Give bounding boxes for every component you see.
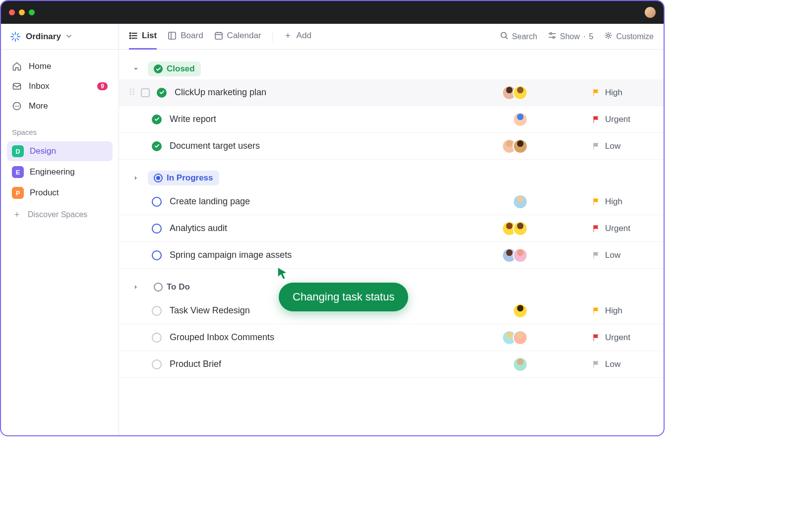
task-name: Grouped Inbox Comments <box>170 332 502 343</box>
select-checkbox[interactable] <box>141 88 150 97</box>
clickup-logo-icon <box>10 31 21 42</box>
status-circle-todo[interactable] <box>152 359 162 369</box>
task-name: Create landing page <box>170 196 513 207</box>
view-tab-board-label: Board <box>181 31 203 41</box>
nav-home[interactable]: Home <box>7 57 113 76</box>
status-circle-closed[interactable] <box>152 115 162 124</box>
sidebar-space-product[interactable]: PProduct <box>7 183 113 203</box>
plus-icon: + <box>12 210 22 220</box>
svg-line-6 <box>12 38 14 40</box>
drag-handle-icon[interactable] <box>129 88 137 98</box>
collapse-toggle[interactable] <box>133 284 141 290</box>
assignee-avatar[interactable] <box>513 112 528 127</box>
assignee-avatar[interactable] <box>513 194 528 209</box>
priority-cell[interactable]: Urgent <box>592 115 652 124</box>
status-circle-closed[interactable] <box>152 141 162 151</box>
assignee-avatar[interactable] <box>513 330 528 345</box>
show-button[interactable]: Show · 5 <box>548 31 593 42</box>
task-row[interactable]: Create landing pageHigh <box>119 188 664 215</box>
close-window-button[interactable] <box>9 9 15 15</box>
sidebar-space-engineering[interactable]: EEngineering <box>7 162 113 182</box>
priority-cell[interactable]: High <box>592 197 652 207</box>
search-label: Search <box>512 32 537 41</box>
task-row[interactable]: Document target usersLow <box>119 133 664 160</box>
svg-point-9 <box>15 106 16 107</box>
status-pill-closed[interactable]: Closed <box>148 61 201 76</box>
assignee-avatar[interactable] <box>513 303 528 318</box>
task-row[interactable]: ClickUp marketing planHigh <box>119 79 664 106</box>
nav-more[interactable]: More <box>7 96 113 116</box>
status-circle-todo[interactable] <box>152 333 162 343</box>
collapse-toggle[interactable] <box>133 66 141 72</box>
assignee-avatar[interactable] <box>513 248 528 263</box>
status-circle-todo[interactable] <box>152 306 162 316</box>
flag-icon <box>592 307 600 315</box>
calendar-icon <box>214 31 223 40</box>
status-pill-todo[interactable]: To Do <box>148 280 196 295</box>
priority-cell[interactable]: Urgent <box>592 333 652 343</box>
status-pill-inprogress[interactable]: In Progress <box>148 171 219 185</box>
assignee-avatar[interactable] <box>513 221 528 236</box>
home-icon <box>12 61 22 71</box>
titlebar <box>1 1 664 24</box>
priority-cell[interactable]: Urgent <box>592 224 652 234</box>
collapse-toggle[interactable] <box>133 175 141 181</box>
board-icon <box>168 31 177 40</box>
svg-point-33 <box>130 91 131 92</box>
status-circle-closed[interactable] <box>157 88 167 98</box>
maximize-window-button[interactable] <box>29 9 35 15</box>
sidebar-space-design[interactable]: DDesign <box>7 141 113 161</box>
priority-label: High <box>605 88 622 98</box>
view-tab-calendar[interactable]: Calendar <box>214 24 261 50</box>
svg-point-17 <box>130 38 131 39</box>
status-circle-inprogress[interactable] <box>152 250 162 260</box>
assignees <box>502 221 528 236</box>
customize-button[interactable]: Customize <box>604 31 654 42</box>
discover-spaces[interactable]: + Discover Spaces <box>7 205 113 225</box>
view-tab-list[interactable]: List <box>129 24 157 50</box>
svg-line-5 <box>17 38 18 40</box>
view-tab-board[interactable]: Board <box>168 24 203 50</box>
priority-label: High <box>605 306 622 316</box>
assignees <box>502 139 528 154</box>
tooltip-text: Changing task status <box>279 283 408 311</box>
task-row[interactable]: Product BriefLow <box>119 351 664 378</box>
priority-cell[interactable]: Low <box>592 359 652 369</box>
assignees <box>502 248 528 263</box>
cursor-icon <box>276 267 290 281</box>
nav-inbox[interactable]: Inbox 9 <box>7 76 113 96</box>
user-avatar[interactable] <box>645 7 656 18</box>
space-badge: E <box>12 166 24 178</box>
search-button[interactable]: Search <box>500 31 537 42</box>
assignees <box>502 85 528 100</box>
status-circle-inprogress[interactable] <box>152 224 162 234</box>
priority-cell[interactable]: Low <box>592 141 652 151</box>
add-view-label: Add <box>297 31 311 41</box>
status-circle-inprogress[interactable] <box>152 197 162 207</box>
svg-point-10 <box>16 106 17 107</box>
task-row[interactable]: Analytics auditUrgent <box>119 215 664 242</box>
flag-icon <box>592 251 600 259</box>
assignee-avatar[interactable] <box>513 357 528 372</box>
more-icon <box>12 101 22 111</box>
minimize-window-button[interactable] <box>19 9 25 15</box>
tooltip: Changing task status <box>279 283 408 311</box>
add-view-button[interactable]: + Add <box>284 24 311 50</box>
view-tabs: List Board Calendar + Add <box>119 24 664 50</box>
nav-home-label: Home <box>29 61 51 71</box>
task-row[interactable]: Spring campaign image assetsLow <box>119 242 664 269</box>
divider <box>272 31 273 42</box>
app-window: Ordinary Home Inbox 9 More <box>0 0 665 436</box>
status-label: To Do <box>167 282 190 292</box>
workspace-switcher[interactable]: Ordinary <box>1 24 119 50</box>
task-row[interactable]: Grouped Inbox CommentsUrgent <box>119 324 664 351</box>
assignee-avatar[interactable] <box>513 139 528 154</box>
priority-cell[interactable]: High <box>592 88 652 98</box>
assignee-avatar[interactable] <box>513 85 528 100</box>
priority-label: Urgent <box>605 115 630 124</box>
priority-cell[interactable]: Low <box>592 250 652 260</box>
svg-line-4 <box>12 33 14 35</box>
task-row[interactable]: Write reportUrgent <box>119 106 664 133</box>
discover-label: Discover Spaces <box>28 210 87 219</box>
priority-cell[interactable]: High <box>592 306 652 316</box>
